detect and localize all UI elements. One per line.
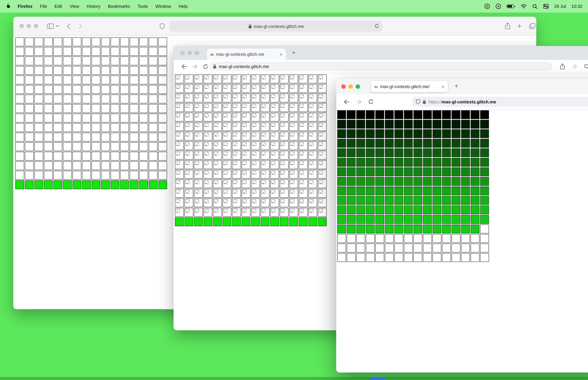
minimize-window-button[interactable] [188, 51, 192, 55]
gl-canvas-cell [337, 148, 346, 157]
menu-edit[interactable]: Edit [55, 4, 62, 9]
firefox-url-field[interactable]: https://max-gl-contexts.glitch.me [412, 97, 588, 107]
gl-canvas-cell [242, 103, 250, 112]
gl-canvas-cell [442, 244, 451, 252]
gl-canvas-cell [270, 75, 279, 83]
menu-tools[interactable]: Tools [137, 4, 148, 9]
menu-view[interactable]: View [70, 4, 79, 9]
gl-canvas-cell [433, 177, 441, 186]
infinity-favicon: ∞ [210, 52, 214, 57]
extensions-puzzle-icon[interactable] [584, 64, 588, 69]
minimize-window-button[interactable] [27, 24, 31, 28]
gl-canvas-cell [149, 95, 158, 103]
grammarly-icon[interactable]: G [484, 3, 490, 9]
new-tab-button[interactable]: + [455, 83, 458, 90]
safari-url-field[interactable]: max-gl-contexts.glitch.me [170, 21, 382, 32]
back-button[interactable] [67, 23, 70, 29]
tracking-shield-icon[interactable] [416, 99, 420, 104]
dock-app-peek[interactable] [370, 377, 386, 380]
apple-menu-icon[interactable] [5, 3, 10, 9]
gl-canvas-cell [175, 141, 184, 150]
tab-close-icon[interactable]: × [280, 52, 283, 57]
gl-canvas-cell [308, 103, 317, 112]
close-window-button[interactable] [341, 84, 346, 89]
forward-button[interactable] [79, 23, 82, 29]
gl-canvas-cell [356, 129, 365, 138]
close-window-button[interactable] [180, 51, 185, 55]
gl-canvas-cell [54, 180, 62, 189]
menubar-time[interactable]: 10:32 [571, 4, 583, 9]
back-button[interactable] [344, 99, 349, 104]
broken-image-icon [243, 190, 247, 193]
control-center-icon[interactable] [543, 3, 549, 9]
reload-icon[interactable] [203, 64, 208, 69]
close-window-button[interactable] [19, 24, 24, 28]
sidebar-chevron-down-icon[interactable] [56, 25, 59, 27]
reload-icon[interactable] [368, 99, 374, 104]
menu-window[interactable]: Window [155, 4, 171, 9]
gl-canvas-cell [414, 148, 422, 157]
menubar-date[interactable]: 26 Jul [554, 4, 566, 9]
tab-overview-icon[interactable] [529, 23, 536, 29]
gl-canvas-cell [337, 215, 346, 224]
sidebar-toggle-icon[interactable] [47, 23, 54, 29]
gl-canvas-cell [34, 171, 43, 180]
gl-canvas-cell [480, 206, 489, 214]
chrome-active-tab[interactable]: ∞ max-gl-contexts.glitch.me × [207, 49, 286, 60]
menu-bookmarks[interactable]: Bookmarks [108, 4, 130, 9]
gl-canvas-cell [308, 141, 317, 150]
lock-icon[interactable] [423, 99, 426, 104]
gl-canvas-cell [471, 225, 479, 233]
gl-canvas-cell [25, 161, 34, 170]
wifi-icon[interactable] [521, 3, 527, 9]
gl-canvas-cell [232, 208, 241, 217]
menubar-app-name[interactable]: Firefox [18, 4, 33, 9]
menu-file[interactable]: File [40, 4, 47, 9]
gl-canvas-cell [101, 66, 110, 75]
share-icon[interactable] [505, 22, 511, 30]
gl-canvas-cell [261, 84, 269, 93]
forward-button[interactable] [192, 64, 198, 69]
gl-canvas-cell [15, 152, 24, 161]
firefox-active-tab[interactable]: ∞ max-gl-contexts.glitch.me/ × [371, 81, 448, 92]
gl-canvas-cell [184, 113, 193, 121]
tab-close-icon[interactable]: × [442, 84, 444, 89]
gl-canvas-cell [375, 110, 384, 119]
firefox-webgl-grid [337, 110, 489, 262]
reload-icon[interactable] [374, 23, 379, 30]
menu-history[interactable]: History [87, 4, 100, 9]
broken-image-icon [300, 133, 304, 136]
gl-canvas-cell [139, 104, 148, 113]
broken-image-icon [290, 104, 294, 108]
gl-canvas-cell [404, 253, 413, 262]
menu-help[interactable]: Help [179, 4, 188, 9]
gl-canvas-cell [404, 215, 413, 224]
gl-canvas-cell [204, 113, 212, 121]
gl-canvas-cell [120, 171, 129, 180]
desktop: Firefox File Edit View History Bookmarks… [0, 0, 588, 380]
spotlight-search-icon[interactable] [532, 3, 538, 9]
zoom-window-button[interactable] [356, 84, 360, 89]
play-status-icon[interactable] [495, 3, 501, 9]
forward-button[interactable] [356, 99, 362, 104]
broken-image-icon [176, 104, 180, 108]
battery-icon[interactable] [507, 4, 515, 8]
gl-canvas-cell [452, 139, 460, 148]
gl-canvas-cell [54, 85, 62, 94]
gl-canvas-cell [82, 66, 91, 75]
back-button[interactable] [181, 64, 187, 69]
zoom-window-button[interactable] [34, 24, 38, 28]
new-tab-button[interactable]: + [517, 23, 522, 29]
privacy-shield-icon[interactable] [160, 23, 165, 29]
gl-canvas-cell [82, 85, 91, 94]
new-tab-button[interactable]: + [292, 49, 296, 57]
broken-image-icon [233, 190, 237, 193]
minimize-window-button[interactable] [348, 84, 353, 89]
gl-canvas-cell [347, 177, 356, 186]
share-icon[interactable] [560, 63, 565, 70]
zoom-window-button[interactable] [195, 51, 199, 55]
chrome-url-field[interactable]: max-gl-contexts.glitch.me [209, 62, 553, 71]
gl-canvas-cell [442, 187, 451, 195]
bookmark-star-icon[interactable]: ☆ [572, 63, 578, 70]
gl-canvas-cell [356, 110, 365, 119]
